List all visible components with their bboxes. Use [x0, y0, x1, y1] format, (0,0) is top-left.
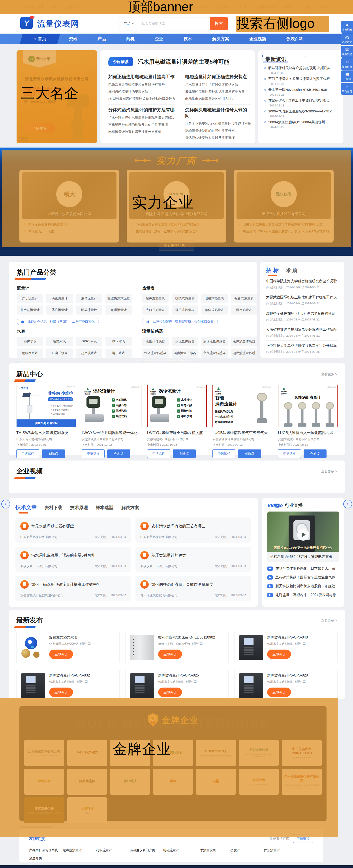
category-tag[interactable]: 水流量传感器 — [172, 337, 198, 346]
today-article-link[interactable]: 雷达液位计安装方法以及注意事项 — [185, 136, 251, 140]
inquiry-button[interactable]: 立即询价 — [49, 687, 73, 697]
latest-product-card[interactable]: 超声波流量计P6-CP6-025 深圳市安普利斯科技有限公司 立即询价 — [125, 669, 228, 702]
today-group-title[interactable]: 如何正确选用电磁流量计提高工作 — [108, 74, 175, 80]
news-item[interactable]: 2000A气动液压注脂泵QS-2000AVAL-TEX 2024-02-22 — [264, 109, 337, 118]
recommend-company[interactable]: 益都智能技 — [175, 319, 191, 323]
category-tag[interactable]: 超声波热量表 — [142, 294, 169, 303]
site-logo[interactable]: Y ® 流量仪表网 — [20, 17, 79, 29]
inquiry-button[interactable]: 立即询价 — [158, 687, 182, 697]
gold-company-logo[interactable]: 华脉 — [153, 769, 193, 795]
recommend-company[interactable]: 佰创水质仪器 — [195, 319, 214, 323]
live-list-item[interactable]: 新天科技超比例举牌东港股份，涉嫌违 — [268, 584, 339, 589]
innovation-button[interactable]: 创新点 — [107, 450, 130, 458]
play-button-icon[interactable] — [297, 529, 309, 541]
product-card[interactable]: ybzhan.cn ▲FIMEET法米特 智能涡街流量计 LUGB法米特插入一体… — [278, 385, 338, 458]
inquiry-button[interactable]: 立即询价 — [267, 650, 291, 659]
sidebar-tool-button[interactable]: VS 产品对比 — [341, 33, 353, 45]
strength-news-link[interactable]: 》电磁水表主要用于测量流过导体的液体或气体的体积流量 — [238, 222, 329, 226]
gold-company-logo[interactable]: 安鎏 — [196, 769, 236, 795]
topbar-right-link[interactable]: 镇店之宝 ∨ — [210, 5, 233, 9]
login-link[interactable]: 请登录 — [50, 5, 60, 9]
today-group-title[interactable]: 电磁流量计如何正确选择安装点 — [185, 74, 251, 80]
category-tag[interactable]: 超声波水表 — [76, 348, 102, 358]
gold-company-logo[interactable]: 大华科技 DH — [67, 797, 107, 824]
category-tag[interactable]: 直读式水表 — [46, 348, 73, 358]
sidebar-tool-button[interactable]: ☏ 联系我们 — [341, 46, 353, 58]
gold-company-logo[interactable]: 广州迪川仪器仪表有限公司 GUANGZHOU DICHUAN INSTRUMEN… — [282, 769, 322, 795]
innovation-button[interactable]: 创新点 — [173, 450, 196, 458]
nav-item[interactable]: 仪表百科 — [276, 34, 313, 44]
strength-card[interactable]: KROHNE 科隆中国·科隆测量仪器(上海)有限公司 》小流量金属管转子流量计在… — [127, 169, 226, 243]
today-article-link[interactable]: 椭圆齿轮流量计的安装方法 — [108, 90, 175, 94]
article-card[interactable]: 差压类流量计的种类 多钦仪表（上海）有限公司 发布时间：2024-03-04 — [136, 547, 251, 572]
innovation-button[interactable]: 创新点 — [304, 450, 326, 458]
bidding-item[interactable]: 华中科技大学单晶衍射仪（第二次）公开招标 ◷起止日期：2024-03-04至20… — [266, 341, 339, 356]
live-list-item[interactable]: 在华半导体业务恶化，日本知名大厂裁 — [268, 566, 339, 571]
sidebar-tool-button[interactable]: ▦ 二维码 — [341, 70, 353, 82]
news-item[interactable]: 明基环保对天津客户提供的现场培训圆满 2024-03-02 — [264, 66, 337, 75]
today-article-link[interactable]: 不锈钢巴歇尔槽的构造及其使用注意事项 — [108, 123, 175, 127]
gold-company-logo[interactable]: 金岭仪表 — [24, 769, 64, 795]
strength-news-link[interactable]: 》展会现场 | 2022南京城镇水展首日开幕 人气满满！9月2日精彩 — [238, 229, 329, 234]
today-article-link[interactable]: 电磁流量计电磁清洗和日常维护有哪些 — [108, 83, 175, 87]
category-tag[interactable]: 远传水表 — [17, 337, 43, 346]
ad-banner-left[interactable]: H 宏业永泰 河北宏业永泰流体机械股份有限公司 蒸汽流量计 于1980年成功研制… — [16, 50, 97, 143]
gold-company-logo[interactable]: 佰创水质仪器 BAICHUANG WATER QUALITY INSTRUMEN… — [239, 740, 279, 766]
topbar-right-link[interactable]: 优质供应商 ∨ — [253, 5, 280, 9]
article-company[interactable]: 青天伟业仪器仪表有限公司 — [140, 593, 177, 597]
friend-link[interactable]: 库存用什么管理系统 — [29, 848, 63, 852]
friend-link[interactable]: 密度计 — [230, 848, 264, 852]
nav-item[interactable]: 企业视频 — [239, 34, 276, 44]
article-card[interactable]: 常见水处理过滤器有哪些 山东明基环保设备有限公司 发布时间：2024-03-04 — [15, 518, 131, 542]
category-tag[interactable]: 旋进旋涡式流量 — [105, 294, 132, 303]
strength-news-link[interactable]: 》在线研讨会 | 过程工业中如何实现功能安全? — [131, 229, 222, 234]
more-friend-links[interactable]: 更多友情链接 — [270, 836, 289, 841]
topbar-right-link[interactable]: 客户端 — [316, 5, 332, 9]
article-card[interactable]: 如何调整涡街流量计灵敏度测量精度 青天伟业仪器仪表有限公司 发布时间：2024-… — [136, 576, 251, 601]
new-products-more-link[interactable]: 查看更多 > — [321, 372, 337, 376]
nav-item[interactable]: 企业 — [145, 34, 173, 44]
today-article-link[interactable]: 涡轮流量计使用的过程中注意什么 — [185, 129, 251, 133]
news-item[interactable]: 西门子流量计：差压式流量计的深度分析 2024-02-27 — [264, 76, 337, 86]
recommend-company[interactable]: 江苏远创仪表 — [28, 319, 47, 323]
category-tag[interactable]: 电子水表 — [105, 348, 132, 358]
category-tag[interactable]: 蒸汽流量计 — [46, 306, 73, 314]
category-tag[interactable]: 液体流量计 — [76, 294, 102, 303]
recommend-pill[interactable]: 江苏远创仪表科隆（中国）上海广济自动化 — [17, 318, 99, 326]
strength-news-link[interactable]: 》如何选择适合的涡街流量计? — [24, 222, 115, 226]
apply-sample-button[interactable]: 申请试样 — [16, 450, 39, 458]
category-tag[interactable]: 智能水表 — [46, 337, 73, 346]
product-card[interactable]: ybzhan.cn ▲FIMEET法米特 涡轮流量计 ✓水油液体 ✓甲醇乙醇 ✓… — [147, 385, 207, 458]
category-tag[interactable]: 涡轮流量计 — [46, 294, 73, 303]
gold-company-logo[interactable]: 江苏凯晟仪表 专注流量计的研发制造销售维修一站式服务 — [24, 797, 64, 824]
category-tag[interactable]: 远传式热量表 — [172, 306, 198, 314]
category-tag[interactable]: 空气流量传感器 — [201, 348, 228, 358]
tab-bidding[interactable]: 招 标 — [266, 267, 279, 276]
live-video-thumbnail[interactable]: 国网发布2024年第一批计量设备招标公告 — [268, 512, 339, 552]
gold-company-logo[interactable]: DOWESTON❯ 一家全球化运作的仪表与传感器供应商 — [196, 740, 236, 766]
friend-link[interactable]: 电磁流量计 — [163, 848, 197, 852]
friend-link[interactable]: 温湿度仪表门户网 — [130, 848, 163, 852]
friend-link[interactable]: 罗茨流量计 — [264, 848, 297, 852]
today-article-link[interactable]: 电池供电涡轮流量计的使用方法? — [185, 97, 251, 101]
strength-more-button[interactable]: 查看更多厂商 → — [159, 240, 194, 250]
latest-product-card[interactable]: 微利供应+德国原装KNIEL 58110902 莘默（上海）自动化设备有限公司 … — [125, 631, 228, 664]
carousel-next-button[interactable]: › — [343, 500, 352, 508]
carousel-prev-button[interactable]: ‹ — [1, 500, 10, 508]
sidebar-tool-button[interactable]: ⌂ 回到首页 — [341, 83, 353, 95]
strength-news-link[interactable]: 》精大仪表开工大吉 — [24, 229, 115, 234]
strength-card[interactable]: 精大 合肥精大仪表股份有限公司 》如何选择适合的涡街流量计? 》精大仪表开工大吉 — [20, 169, 119, 243]
category-tag[interactable]: 电磁式热量表 — [201, 294, 228, 303]
gold-company-logo[interactable]: A⊕K 科洋科技 — [67, 740, 107, 766]
friend-link[interactable]: 流量开关 — [29, 856, 63, 861]
today-article-link[interactable]: LC型号椭圆齿轮流量计齿轮不转动故障处理方 — [108, 97, 175, 101]
today-headline[interactable]: 污水用电磁流量计误差的主要5种可能 — [138, 58, 229, 65]
latest-product-card[interactable]: 超声波流量计P6-CP6-020 深圳市安普利斯科技有限公司 立即询价 — [234, 669, 338, 702]
category-tag[interactable]: 超声波流量传感 — [231, 348, 257, 358]
bidding-item[interactable]: 中国科学院上海光学精密机械研究所波长调谐 ◷起止日期：2024-03-04至20… — [266, 276, 339, 292]
today-group-title[interactable]: 分体式蒸汽流量计的维护方法有哪 — [108, 107, 175, 113]
latest-more-link[interactable]: 查看更多 > — [321, 618, 337, 623]
gold-company-logo[interactable]: 稼钇科技 — [110, 769, 150, 795]
article-company[interactable]: 多钦仪表（上海）有限公司 — [20, 564, 57, 568]
friend-link[interactable]: 孔板流量计 — [96, 848, 130, 852]
